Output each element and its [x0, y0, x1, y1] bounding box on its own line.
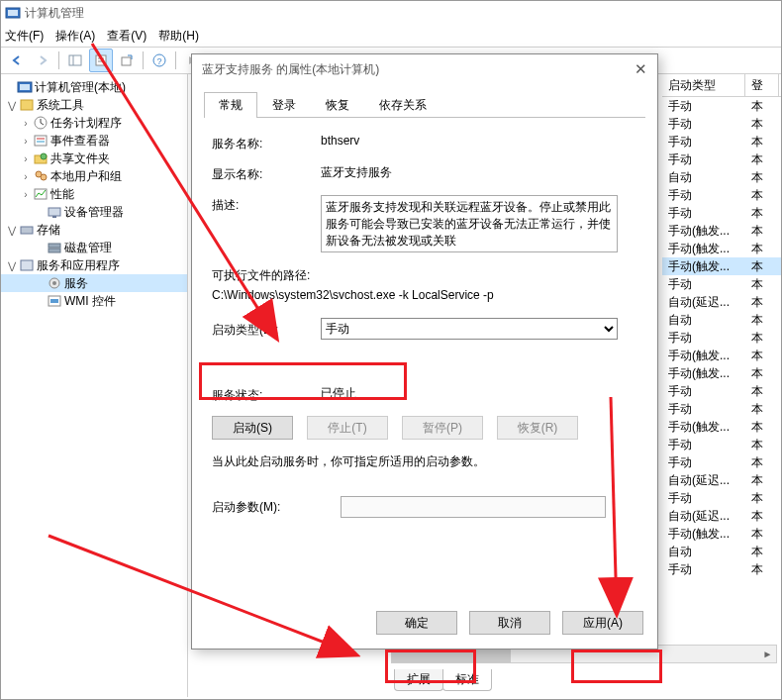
cell-logon: 本	[745, 383, 779, 400]
cell-startup-type: 手动	[662, 437, 745, 453]
table-row[interactable]: 手动本	[662, 382, 781, 400]
properties-icon[interactable]	[89, 49, 113, 72]
apply-button[interactable]: 应用(A)	[562, 611, 643, 635]
cancel-button[interactable]: 取消	[469, 611, 550, 635]
tree-shared-folders[interactable]: ›共享文件夹	[1, 150, 187, 167]
tree-pane[interactable]: 计算机管理(本地) ⋁ 系统工具 ›任务计划程序 ›事件查看器 ›共享文件夹 ›…	[1, 74, 188, 697]
tab-logon[interactable]: 登录	[257, 92, 311, 118]
cell-startup-type: 自动(延迟...	[662, 294, 745, 311]
table-row[interactable]: 手动(触发...本	[662, 418, 781, 436]
cell-logon: 本	[745, 294, 779, 311]
table-row[interactable]: 手动本	[662, 97, 781, 115]
svg-rect-2	[69, 55, 81, 65]
cell-logon: 本	[745, 134, 779, 150]
tree-task-scheduler[interactable]: ›任务计划程序	[1, 114, 187, 132]
table-row[interactable]: 自动(延迟...本	[662, 293, 781, 311]
startup-type-select[interactable]: 手动	[321, 318, 618, 340]
table-row[interactable]: 手动本	[662, 115, 781, 133]
table-row[interactable]: 手动本	[662, 150, 781, 168]
tree-services-apps[interactable]: ⋁服务和应用程序	[1, 256, 187, 274]
chevron-down-icon[interactable]: ⋁	[5, 260, 19, 271]
chevron-down-icon[interactable]: ⋁	[5, 225, 19, 236]
chevron-right-icon[interactable]: ›	[19, 118, 33, 129]
label-service-status: 服务状态:	[212, 385, 321, 404]
table-row[interactable]: 手动本	[662, 204, 781, 222]
tree-event-viewer[interactable]: ›事件查看器	[1, 132, 187, 150]
ok-button[interactable]: 确定	[376, 611, 457, 635]
tree-performance[interactable]: ›性能	[1, 185, 187, 203]
tab-standard[interactable]: 标准	[442, 669, 492, 691]
back-icon[interactable]	[5, 49, 29, 72]
table-row[interactable]: 手动(触发...本	[662, 240, 781, 257]
tab-extended[interactable]: 扩展	[394, 669, 443, 691]
tree-system-tools[interactable]: ⋁ 系统工具	[1, 96, 187, 114]
svg-rect-29	[52, 216, 56, 218]
table-row[interactable]: 自动本	[662, 311, 781, 329]
menu-file[interactable]: 文件(F)	[5, 28, 44, 45]
cell-startup-type: 自动	[662, 544, 745, 560]
menu-action[interactable]: 操作(A)	[55, 28, 95, 45]
dialog-tabs: 常规 登录 恢复 依存关系	[204, 92, 645, 118]
table-row[interactable]: 手动本	[662, 453, 781, 471]
table-row[interactable]: 手动(触发...本	[662, 222, 781, 240]
svg-point-26	[41, 174, 47, 180]
table-row[interactable]: 手动本	[662, 560, 781, 578]
col-startup-type[interactable]: 启动类型	[662, 74, 745, 96]
chevron-right-icon[interactable]: ›	[19, 189, 33, 200]
cell-startup-type: 手动	[662, 151, 745, 168]
tree-services[interactable]: 服务	[1, 274, 187, 292]
chevron-right-icon[interactable]: ›	[19, 136, 33, 147]
table-row[interactable]: 自动(延迟...本	[662, 471, 781, 489]
tree-local-users[interactable]: ›本地用户和组	[1, 167, 187, 185]
table-row[interactable]: 自动(延迟...本	[662, 507, 781, 525]
menu-view[interactable]: 查看(V)	[107, 28, 147, 45]
table-row[interactable]: 手动本	[662, 436, 781, 453]
cell-logon: 本	[745, 276, 779, 293]
scroll-right-icon[interactable]: ►	[759, 646, 776, 662]
tree-storage[interactable]: ⋁存储	[1, 221, 187, 239]
chevron-right-icon[interactable]: ›	[19, 171, 33, 182]
tree-wmi[interactable]: WMI 控件	[1, 292, 187, 310]
cell-startup-type: 手动	[662, 330, 745, 347]
table-row[interactable]: 手动本	[662, 489, 781, 507]
table-row[interactable]: 手动本	[662, 186, 781, 204]
cell-logon: 本	[745, 205, 779, 222]
cell-logon: 本	[745, 490, 779, 507]
tree-device-manager[interactable]: 设备管理器	[1, 203, 187, 221]
cell-startup-type: 手动	[662, 490, 745, 507]
menu-help[interactable]: 帮助(H)	[158, 28, 199, 45]
help-icon[interactable]: ?	[147, 49, 171, 72]
table-row[interactable]: 手动本	[662, 133, 781, 150]
description-textarea[interactable]: 蓝牙服务支持发现和关联远程蓝牙设备。停止或禁用此服务可能会导致已安装的蓝牙设备无…	[321, 195, 618, 252]
cell-logon: 本	[745, 454, 779, 471]
table-row[interactable]: 手动本	[662, 329, 781, 347]
table-row[interactable]: 手动(触发...本	[662, 347, 781, 364]
forward-icon[interactable]	[31, 49, 54, 72]
properties-dialog: 蓝牙支持服务 的属性(本地计算机) ✕ 常规 登录 恢复 依存关系 服务名称: …	[191, 53, 658, 650]
start-button[interactable]: 启动(S)	[212, 416, 293, 440]
table-row[interactable]: 手动(触发...本	[662, 525, 781, 543]
label-display-name: 显示名称:	[212, 164, 321, 183]
cell-logon: 本	[745, 116, 779, 133]
table-row[interactable]: 手动本	[662, 400, 781, 418]
show-hide-icon[interactable]	[63, 49, 87, 72]
chevron-right-icon[interactable]: ›	[19, 153, 33, 164]
pause-button: 暂停(P)	[402, 416, 483, 440]
export-icon[interactable]	[115, 49, 139, 72]
tab-dependencies[interactable]: 依存关系	[364, 92, 441, 118]
tab-recovery[interactable]: 恢复	[311, 92, 364, 118]
tree-root[interactable]: 计算机管理(本地)	[1, 78, 187, 96]
chevron-down-icon[interactable]: ⋁	[5, 100, 19, 111]
cell-logon: 本	[745, 187, 779, 204]
table-row[interactable]: 手动(触发...本	[662, 364, 781, 382]
table-row[interactable]: 手动(触发...本	[662, 257, 781, 275]
close-icon[interactable]: ✕	[635, 60, 647, 78]
svg-rect-4	[96, 55, 106, 65]
col-logon[interactable]: 登	[745, 74, 779, 96]
table-row[interactable]: 自动本	[662, 168, 781, 186]
services-grid[interactable]: 启动类型 登 手动本手动本手动本手动本自动本手动本手动本手动(触发...本手动(…	[662, 74, 781, 697]
tab-general[interactable]: 常规	[204, 92, 257, 118]
table-row[interactable]: 自动本	[662, 543, 781, 560]
table-row[interactable]: 手动本	[662, 275, 781, 293]
tree-disk-mgmt[interactable]: 磁盘管理	[1, 239, 187, 256]
